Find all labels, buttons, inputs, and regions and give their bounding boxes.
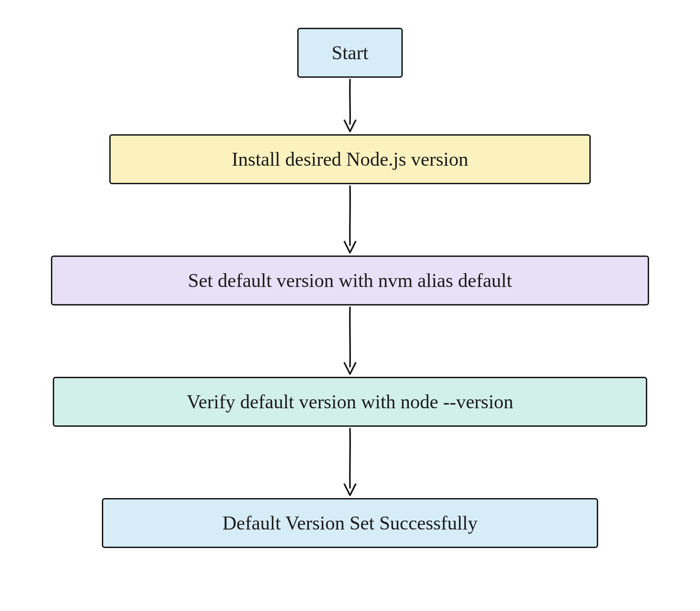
node-set-default: Set default version with nvm alias defau… [51, 256, 649, 306]
node-install-label: Install desired Node.js version [232, 148, 469, 171]
node-done: Default Version Set Successfully [102, 498, 598, 548]
flowchart-canvas: Start Install desired Node.js version Se… [0, 0, 700, 611]
arrow-set-verify [341, 306, 359, 377]
node-done-label: Default Version Set Successfully [223, 511, 478, 535]
node-start: Start [297, 28, 403, 78]
node-start-label: Start [331, 41, 368, 64]
arrow-verify-done [341, 427, 359, 498]
node-verify: Verify default version with node --versi… [53, 377, 647, 427]
arrow-start-install [341, 78, 359, 134]
node-verify-label: Verify default version with node --versi… [187, 390, 513, 413]
node-install: Install desired Node.js version [109, 134, 591, 184]
node-set-default-label: Set default version with nvm alias defau… [188, 269, 512, 292]
arrow-install-set [341, 184, 359, 256]
